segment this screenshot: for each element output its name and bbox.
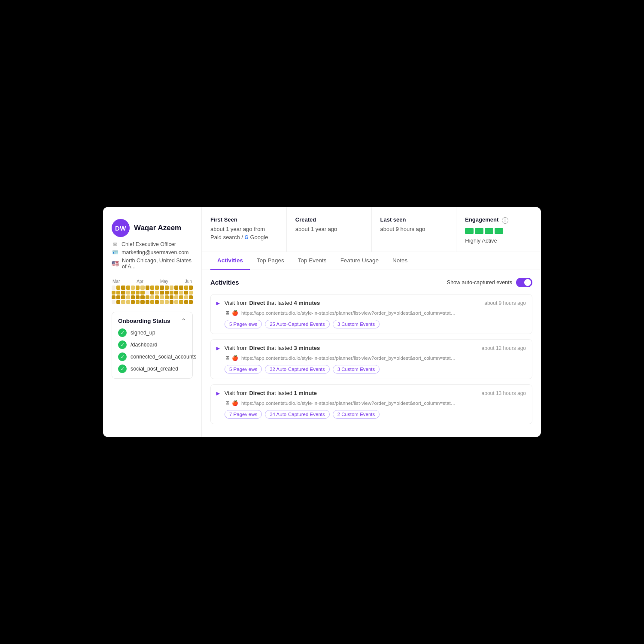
activity-desc: Visit from Direct that lasted 3 minutes	[225, 345, 475, 351]
stats-row: First Seen about 1 year ago from Paid se…	[202, 207, 541, 252]
stat-first-seen: First Seen about 1 year ago from Paid se…	[202, 207, 287, 251]
check-icon: ✓	[118, 328, 127, 337]
heatmap-cell	[126, 286, 130, 289]
monitor-icon: 🖥	[225, 310, 230, 316]
activity-url-row: 🖥 🍎 https://app.contentstudio.io/style-i…	[211, 355, 532, 365]
stat-last-seen: Last seen about 9 hours ago	[372, 207, 457, 251]
engagement-sub: Highly Active	[465, 237, 532, 244]
expand-icon[interactable]: ►	[215, 345, 221, 352]
expand-icon[interactable]: ►	[215, 300, 221, 307]
heatmap-cell	[121, 295, 125, 299]
heatmap-cell	[140, 300, 144, 304]
heatmap-cell	[150, 295, 154, 299]
main-card: DW Waqar Azeem ✉ Chief Executive Officer…	[103, 207, 541, 437]
onboarding-collapse-icon[interactable]: ⌃	[181, 317, 186, 324]
onboarding-items: ✓ signed_up ✓ /dashboard ✓ connected_soc…	[118, 328, 186, 373]
heatmap-cell	[170, 300, 173, 304]
tab-activities[interactable]: Activities	[210, 252, 250, 270]
heatmap-cell	[184, 295, 188, 299]
activity-list: ► Visit from Direct that lasted 4 minute…	[210, 294, 532, 424]
activity-source: Direct	[249, 300, 265, 306]
heatmap-cell	[136, 286, 140, 289]
heatmap-cell	[140, 295, 144, 299]
expand-icon[interactable]: ►	[215, 390, 221, 397]
heatmap-cell	[174, 295, 178, 299]
activity-tag[interactable]: 34 Auto-Captured Events	[265, 410, 330, 419]
first-seen-label: First Seen	[210, 216, 278, 223]
flag-icon: 🇺🇸	[112, 260, 119, 267]
profile-name: Waqar Azeem	[134, 224, 181, 232]
activity-tag[interactable]: 2 Custom Events	[333, 410, 380, 419]
apple-icon: 🍎	[232, 310, 238, 316]
profile-email-row: 🪪 marketing@usermaven.com	[112, 249, 193, 255]
heatmap-cell	[121, 300, 125, 304]
heatmap-cell	[140, 286, 144, 289]
heatmap-cell	[165, 286, 169, 289]
activity-source: Direct	[249, 390, 265, 396]
heatmap-months: Mar Apr May Jun	[112, 279, 193, 284]
tab-top-events[interactable]: Top Events	[291, 252, 334, 270]
tab-notes[interactable]: Notes	[386, 252, 414, 270]
activity-url: https://app.contentstudio.io/style-in-st…	[241, 310, 456, 316]
last-seen-label: Last seen	[380, 216, 448, 223]
heatmap-cell	[174, 291, 178, 295]
heatmap-cell	[131, 291, 135, 295]
activity-tag[interactable]: 7 Pageviews	[225, 410, 262, 419]
heatmap-cell	[179, 286, 183, 289]
heatmap-cell	[155, 300, 159, 304]
toggle-switch[interactable]	[516, 278, 532, 287]
activities-header: Activities Show auto-captured events	[210, 278, 532, 287]
activity-url-row: 🖥 🍎 https://app.contentstudio.io/style-i…	[211, 310, 532, 320]
activity-item: ► Visit from Direct that lasted 1 minute…	[210, 384, 532, 424]
heatmap-cell	[136, 300, 140, 304]
engagement-info-icon[interactable]: i	[502, 217, 508, 224]
heatmap-cell	[131, 295, 135, 299]
google-g-icon: G	[245, 234, 249, 240]
profile-title: Chief Executive Officer	[122, 241, 176, 247]
onboarding-section: Onboarding Status ⌃ ✓ signed_up ✓ /dashb…	[112, 312, 193, 379]
heatmap-cell	[146, 286, 149, 289]
heatmap-cell	[116, 286, 120, 289]
heatmap-cell	[174, 286, 178, 289]
activity-tag[interactable]: 5 Pageviews	[225, 320, 262, 328]
heatmap-cell	[189, 295, 193, 299]
heatmap-cell	[150, 291, 154, 295]
activity-item: ► Visit from Direct that lasted 3 minute…	[210, 339, 532, 379]
stat-engagement: Engagement i Highly Active	[456, 207, 541, 251]
heatmap-cell	[140, 291, 144, 295]
onboarding-header: Onboarding Status ⌃	[118, 317, 186, 324]
activity-main-row: ► Visit from Direct that lasted 3 minute…	[211, 340, 532, 355]
activity-time: about 9 hours ago	[484, 300, 526, 306]
activity-duration: 3 minutes	[294, 345, 320, 351]
activity-tag[interactable]: 5 Pageviews	[225, 365, 262, 374]
tab-feature-usage[interactable]: Feature Usage	[334, 252, 386, 270]
activity-tag[interactable]: 3 Custom Events	[333, 320, 380, 328]
activity-url-row: 🖥 🍎 https://app.contentstudio.io/style-i…	[211, 400, 532, 410]
engagement-bar-2	[475, 228, 483, 234]
heatmap-cell	[155, 291, 159, 295]
activity-tags-row: 5 Pageviews25 Auto-Captured Events3 Cust…	[211, 320, 532, 334]
onboarding-item: ✓ social_post_created	[118, 365, 186, 373]
activity-tag[interactable]: 25 Auto-Captured Events	[265, 320, 330, 328]
tab-top-pages[interactable]: Top Pages	[250, 252, 291, 270]
activity-duration: 1 minute	[294, 390, 317, 396]
heatmap-cell	[146, 300, 149, 304]
activities-section: Activities Show auto-captured events ► V…	[202, 270, 541, 437]
heatmap-cell	[174, 300, 178, 304]
last-seen-value: about 9 hours ago	[380, 225, 448, 233]
monitor-icon: 🖥	[225, 355, 230, 361]
heatmap-cell	[121, 286, 125, 289]
activities-title: Activities	[210, 279, 239, 286]
activity-source: Direct	[249, 345, 265, 351]
mail-icon: ✉	[112, 241, 118, 247]
created-label: Created	[295, 216, 363, 223]
first-seen-value: about 1 year ago from Paid search / G Go…	[210, 225, 278, 241]
check-icon: ✓	[118, 352, 127, 361]
heatmap-cell	[116, 291, 120, 295]
heatmap-cell	[155, 286, 159, 289]
activity-tag[interactable]: 3 Custom Events	[333, 365, 380, 374]
heatmap-cell	[131, 286, 135, 289]
profile-title-row: ✉ Chief Executive Officer	[112, 241, 193, 247]
onboarding-item-label: connected_social_accounts	[131, 354, 197, 360]
activity-tag[interactable]: 32 Auto-Captured Events	[265, 365, 330, 374]
